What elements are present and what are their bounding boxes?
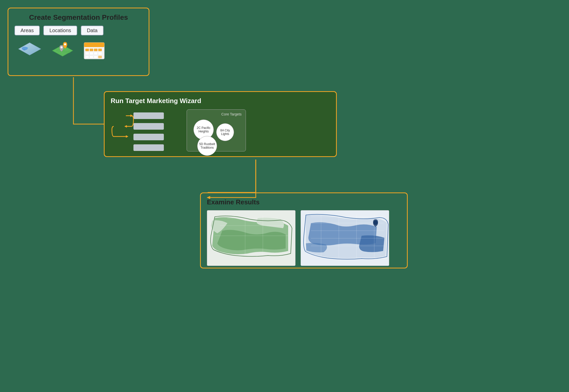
step-bar-4 — [133, 144, 164, 151]
core-targets-label: Core Targets — [191, 112, 242, 116]
svg-rect-10 — [98, 49, 102, 51]
core-targets-box: Core Targets 2C Pacific Heights 8A City … — [187, 109, 246, 151]
svg-rect-8 — [90, 49, 93, 51]
svg-rect-12 — [90, 52, 93, 55]
wizard-box: Run Target Marketing Wizard — [104, 91, 337, 157]
svg-marker-22 — [126, 135, 128, 138]
wizard-arrows-icon — [111, 109, 135, 152]
data-calendar-icon — [83, 40, 106, 60]
tab-data[interactable]: Data — [81, 26, 104, 35]
result-map-1 — [207, 210, 296, 266]
examine-results-box: Examine Results — [200, 192, 408, 268]
svg-rect-18 — [98, 56, 102, 58]
result-map-2-svg — [301, 210, 389, 266]
result-map-1-svg — [207, 210, 296, 266]
examine-results-title: Examine Results — [207, 198, 401, 206]
svg-marker-0 — [18, 43, 41, 55]
svg-rect-7 — [85, 49, 89, 51]
tab-locations[interactable]: Locations — [43, 26, 77, 35]
step-bar-3 — [133, 134, 164, 140]
step-bar-2 — [133, 123, 164, 130]
svg-point-3 — [61, 46, 63, 48]
bubbles-area: 2C Pacific Heights 8A City Lights 5D Rus… — [191, 118, 242, 149]
maps-row — [207, 210, 401, 266]
svg-rect-6 — [84, 43, 104, 47]
svg-rect-13 — [94, 52, 97, 55]
create-segmentation-title: Create Segmentation Profiles — [14, 13, 143, 22]
icons-row — [14, 40, 143, 60]
svg-rect-14 — [98, 52, 102, 55]
bubble-rustbelt: 5D Rustbelt Traditions — [197, 136, 217, 156]
tabs-row: Areas Locations Data — [14, 26, 143, 35]
result-map-2 — [301, 210, 389, 266]
wizard-content: Core Targets 2C Pacific Heights 8A City … — [111, 109, 330, 151]
create-segmentation-box: Create Segmentation Profiles Areas Locat… — [8, 8, 149, 76]
svg-rect-11 — [85, 52, 89, 55]
svg-rect-15 — [85, 56, 89, 58]
svg-rect-16 — [90, 56, 93, 58]
svg-rect-9 — [94, 49, 97, 51]
svg-marker-21 — [124, 125, 127, 128]
svg-rect-17 — [94, 56, 97, 58]
bubble-city-lights: 8A City Lights — [216, 123, 234, 141]
tab-areas[interactable]: Areas — [14, 26, 40, 35]
areas-map-icon — [17, 42, 42, 59]
step-bar-1 — [133, 112, 164, 119]
svg-point-4 — [64, 43, 66, 45]
wizard-title: Run Target Marketing Wizard — [111, 97, 330, 105]
locations-map-icon — [50, 40, 75, 60]
